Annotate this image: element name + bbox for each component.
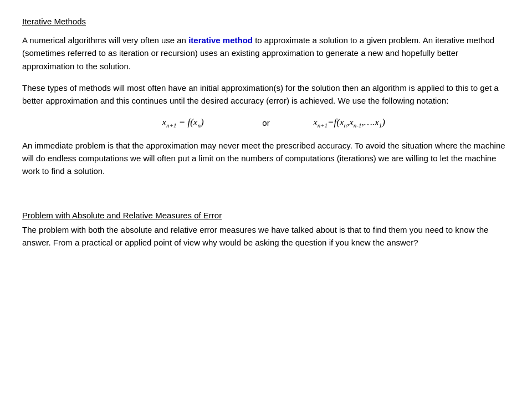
paragraph-4: The problem with both the absolute and r… [22,223,510,249]
paragraph-2: These types of methods will most often h… [22,81,510,108]
paragraph-1-highlight: iterative method [188,35,253,45]
formula-row: xn+1 = f(xn) or xn+1=f(xn,xn-1,….x1) [22,117,510,129]
formula-left-text: xn+1 = f(xn) [162,117,203,129]
paragraph-3: An immediate problem is that the approxi… [22,139,510,178]
formula-right-text: xn+1=f(xn,xn-1,….x1) [313,117,385,129]
paragraph-1-text-before: A numerical algorithms will very often u… [22,35,188,45]
section-title-error: Problem with Absolute and Relative Measu… [22,211,510,220]
formula-left: xn+1 = f(xn) [122,117,244,129]
formula-right: xn+1=f(xn,xn-1,….x1) [288,117,410,129]
spacer-paragraph [22,186,510,199]
formula-or: or [244,118,288,127]
section-title-iterative: Iterative Methods [22,17,510,26]
paragraph-1: A numerical algorithms will very often u… [22,34,510,73]
